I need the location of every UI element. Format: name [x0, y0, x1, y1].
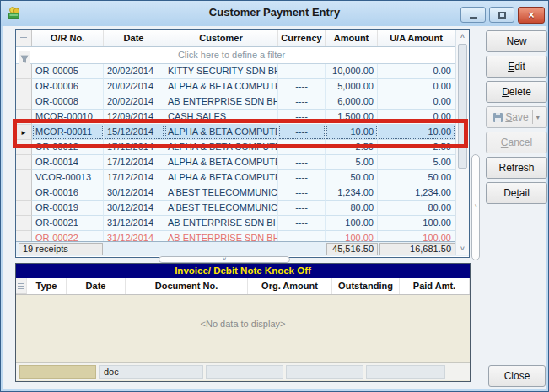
column-header-outstanding[interactable]: Outstanding: [332, 278, 400, 294]
cell-date: 20/02/2014: [104, 64, 164, 79]
grid-menu-icon[interactable]: [16, 30, 32, 46]
cell-amount: 5,000.00: [326, 79, 378, 94]
cell-date: 30/12/2014: [104, 201, 164, 216]
knockoff-panel: Invoice/ Debit Note Knock Off Type Date …: [15, 263, 471, 382]
receipt-row[interactable]: OR-0000820/02/2014AB ENTERPRISE SDN BHD-…: [16, 94, 469, 110]
cell-amount: 10.00: [326, 125, 378, 140]
cell-date: 31/12/2014: [104, 231, 164, 241]
knockoff-footer-cell: [366, 365, 445, 379]
column-header-paid-amt[interactable]: Paid Amt.: [400, 278, 470, 294]
receipt-row[interactable]: VCOR-0001317/12/2014ALPHA & BETA COMPUTE…: [16, 170, 469, 185]
knockoff-footer-bar: doc: [16, 362, 470, 380]
cell-or-no: VCOR-00013: [32, 170, 104, 185]
row-indicator: [16, 110, 32, 125]
column-header-ua-amount[interactable]: U/A Amount: [378, 30, 455, 46]
scroll-up-icon[interactable]: ˄: [456, 30, 469, 43]
current-row-indicator: ►: [16, 125, 32, 140]
minimize-button[interactable]: [460, 7, 486, 23]
cell-customer: ALPHA & BETA COMPUTER: [164, 155, 278, 170]
cell-customer: ALPHA & BETA COMPUTER: [164, 170, 278, 185]
save-button[interactable]: Save▾: [486, 106, 547, 128]
cell-customer: ALPHA & BETA COMPUTER: [164, 140, 278, 155]
cell-currency: ----: [278, 155, 326, 170]
cell-customer: ALPHA & BETA COMPUTER: [164, 125, 278, 140]
cell-amount: 6,000.00: [326, 94, 378, 110]
receipt-row[interactable]: OR-0002231/12/2014AB ENTERPRISE SDN BHD-…: [16, 231, 469, 241]
knockoff-body: <No data to display>: [16, 295, 470, 362]
cell-ua-amount: 0.00: [378, 79, 455, 94]
cell-or-no: MCOR-00011: [32, 125, 104, 140]
vertical-scrollbar[interactable]: ˄ ˅: [455, 30, 469, 255]
column-header-org-amount[interactable]: Org. Amount: [248, 278, 332, 294]
no-data-text: <No data to display>: [16, 319, 470, 329]
cell-date: 20/02/2014: [104, 94, 164, 110]
cell-customer: AB ENTERPRISE SDN BHD: [164, 94, 278, 110]
knockoff-title: Invoice/ Debit Note Knock Off: [16, 264, 470, 278]
save-dropdown-icon[interactable]: ▾: [536, 114, 540, 121]
receipt-row[interactable]: OR-0001417/12/2014ALPHA & BETA COMPUTER-…: [16, 155, 469, 170]
row-indicator: [16, 94, 32, 110]
row-indicator: [16, 201, 32, 216]
receipt-row[interactable]: OR-0001930/12/2014A'BEST TELECOMMUNIC...…: [16, 201, 469, 216]
minimize-icon: [470, 17, 477, 19]
column-header-currency[interactable]: Currency: [278, 30, 326, 46]
edit-button[interactable]: Edit: [486, 56, 547, 78]
column-header-type[interactable]: Type: [27, 278, 67, 294]
receipts-grid-rows: OR-0000520/02/2014KITTY SECURITY SDN BHD…: [16, 64, 469, 241]
detail-button[interactable]: Detail: [486, 182, 547, 204]
receipt-row[interactable]: ►MCOR-0001115/12/2014ALPHA & BETA COMPUT…: [16, 125, 469, 140]
column-header-amount[interactable]: Amount: [326, 30, 378, 46]
cell-customer: ALPHA & BETA COMPUTER: [164, 79, 278, 94]
save-floppy-icon: [493, 113, 503, 122]
receipt-row[interactable]: OR-0001217/12/2014ALPHA & BETA COMPUTER-…: [16, 140, 469, 155]
cell-currency: ----: [278, 201, 326, 216]
cell-or-no: OR-00021: [32, 216, 104, 231]
cell-date: 17/12/2014: [104, 140, 164, 155]
maximize-button[interactable]: [489, 7, 514, 23]
knockoff-menu-icon[interactable]: [16, 278, 27, 294]
cell-ua-amount: 100.00: [378, 216, 455, 231]
receipt-row[interactable]: OR-0000620/02/2014ALPHA & BETA COMPUTER-…: [16, 79, 469, 94]
column-header-customer[interactable]: Customer: [164, 30, 278, 46]
button-label: Detail: [503, 187, 530, 199]
vertical-splitter[interactable]: ›: [471, 154, 480, 260]
button-label: New: [506, 35, 526, 47]
refresh-button[interactable]: Refresh: [486, 157, 547, 179]
filter-row[interactable]: Click here to define a filter: [16, 47, 469, 64]
close-button[interactable]: Close: [488, 365, 546, 387]
column-header-ko-date[interactable]: Date: [67, 278, 126, 294]
receipt-row[interactable]: MCOR-0001012/09/2014CASH SALES----1,500.…: [16, 110, 469, 125]
row-indicator: [16, 231, 32, 241]
receipt-row[interactable]: OR-0000520/02/2014KITTY SECURITY SDN BHD…: [16, 64, 469, 79]
column-header-or-no[interactable]: O/R No.: [32, 30, 104, 46]
receipt-row[interactable]: OR-0001630/12/2014A'BEST TELECOMMUNIC...…: [16, 185, 469, 201]
row-indicator: [16, 79, 32, 94]
button-label: Cancel: [501, 137, 532, 148]
cell-ua-amount: 5.00: [378, 155, 455, 170]
scrollbar-thumb[interactable]: [458, 44, 467, 169]
scroll-down-icon[interactable]: ˅: [456, 242, 469, 255]
button-label: Edit: [508, 61, 525, 72]
button-label: Save: [505, 111, 528, 123]
cell-ua-amount: 80.00: [378, 201, 455, 216]
column-header-date[interactable]: Date: [104, 30, 164, 46]
cell-or-no: OR-00016: [32, 185, 104, 201]
horizontal-splitter[interactable]: ˅: [159, 256, 290, 263]
delete-button[interactable]: Delete: [486, 81, 547, 103]
row-indicator: [16, 64, 32, 79]
cell-currency: ----: [278, 125, 326, 140]
cell-amount: 10,000.00: [326, 64, 378, 79]
close-window-button[interactable]: ×: [518, 7, 545, 24]
column-header-document-no[interactable]: Document No.: [126, 278, 248, 294]
knockoff-footer-cell-doc: doc: [99, 365, 203, 379]
cell-amount: 1,500.00: [326, 110, 378, 125]
receipt-row[interactable]: OR-0002131/12/2014AB ENTERPRISE SDN BHD-…: [16, 216, 469, 231]
cancel-button[interactable]: Cancel: [486, 132, 547, 153]
cell-currency: ----: [278, 185, 326, 201]
cell-ua-amount: 100.00: [378, 231, 455, 241]
knockoff-footer-cell: [206, 365, 283, 379]
cell-date: 15/12/2014: [104, 125, 164, 140]
new-button[interactable]: New: [486, 30, 547, 52]
cell-amount: 80.00: [326, 201, 378, 216]
cell-amount: 50.00: [326, 170, 378, 185]
